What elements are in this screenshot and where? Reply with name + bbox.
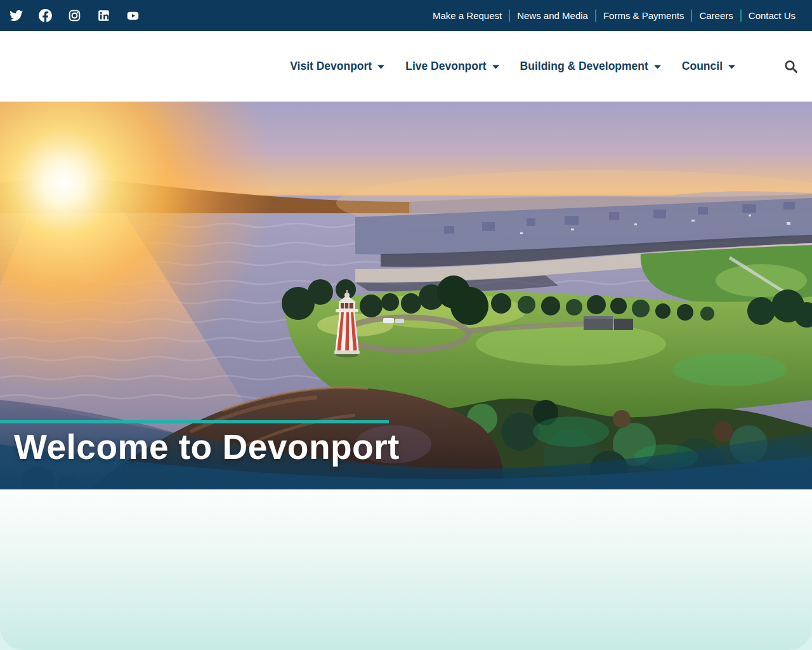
social-links xyxy=(10,9,140,22)
chevron-down-icon xyxy=(654,65,661,69)
top-utility-bar: Make a Request News and Media Forms & Pa… xyxy=(0,0,812,31)
nav-item-label: Visit Devonport xyxy=(290,60,372,73)
main-header: Visit Devonport Live Devonport Building … xyxy=(0,31,812,102)
instagram-icon[interactable] xyxy=(68,9,81,22)
utility-link-news-and-media[interactable]: News and Media xyxy=(510,0,595,31)
nav-item-visit-devonport[interactable]: Visit Devonport xyxy=(290,60,384,73)
twitter-icon[interactable] xyxy=(10,9,23,22)
primary-nav: Visit Devonport Live Devonport Building … xyxy=(290,60,798,74)
gradient-panel xyxy=(0,489,812,650)
chevron-down-icon xyxy=(728,65,735,69)
page-title: Welcome to Devonport xyxy=(14,428,400,467)
nav-item-building-development[interactable]: Building & Development xyxy=(520,60,661,73)
content-section xyxy=(0,489,812,650)
teal-accent-line xyxy=(0,420,389,423)
utility-links: Make a Request News and Media Forms & Pa… xyxy=(426,0,802,31)
utility-link-forms-payments[interactable]: Forms & Payments xyxy=(596,0,691,31)
utility-link-contact-us[interactable]: Contact Us xyxy=(742,0,802,31)
nav-item-council[interactable]: Council xyxy=(682,60,735,73)
nav-item-label: Building & Development xyxy=(520,60,648,73)
nav-item-label: Council xyxy=(682,60,723,73)
hero-banner: Welcome to Devonport xyxy=(0,102,812,489)
nav-item-live-devonport[interactable]: Live Devonport xyxy=(405,60,499,73)
facebook-icon[interactable] xyxy=(39,9,52,22)
utility-link-careers[interactable]: Careers xyxy=(692,0,740,31)
search-icon[interactable] xyxy=(784,60,798,74)
utility-link-make-a-request[interactable]: Make a Request xyxy=(426,0,509,31)
linkedin-icon[interactable] xyxy=(97,9,110,22)
chevron-down-icon xyxy=(492,65,499,69)
chevron-down-icon xyxy=(377,65,384,69)
nav-item-label: Live Devonport xyxy=(405,60,486,73)
youtube-icon[interactable] xyxy=(126,9,140,22)
